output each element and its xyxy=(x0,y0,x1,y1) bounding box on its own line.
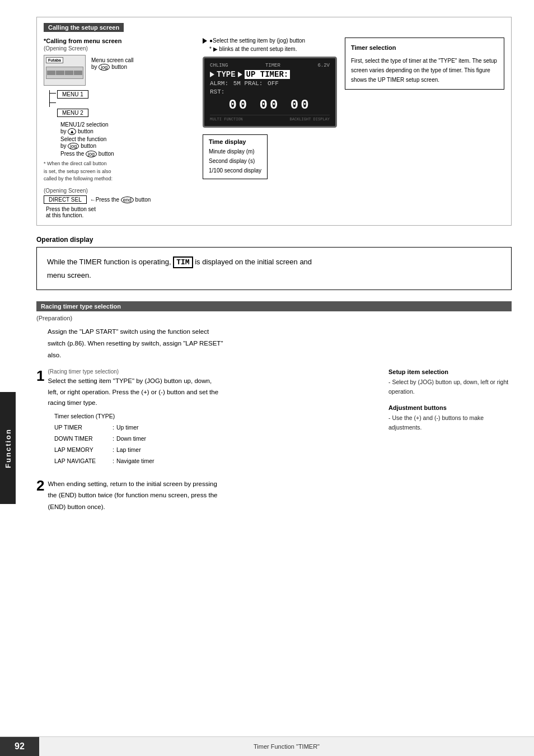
up-timer-row: UP TIMER : Up timer xyxy=(54,422,377,433)
time-display-box: Time display Minute display (m) Second d… xyxy=(203,134,268,179)
by-jog-button2: by jog button xyxy=(60,143,195,149)
step1-left: 1 (Racing timer type selection) Select t… xyxy=(36,368,377,466)
calling-section-header: Calling the setup screen xyxy=(44,23,124,32)
adjustment-box: Adjustment buttons - Use the (+) and (-)… xyxy=(388,404,512,432)
setup-item-box: Setup item selection - Select by (JOG) b… xyxy=(388,368,512,396)
lcd-display: CHLING TIMER 6.2V TYPE UP TIMER: ALRM: 5… xyxy=(203,57,337,128)
step2-container: 2 When ending setting, return to the ini… xyxy=(36,478,512,513)
lcd-section: ●Select the setting item by (jog) button… xyxy=(203,38,337,179)
press-button-set: Press the button set at this function. xyxy=(46,206,195,218)
adjustment-text: - Use the (+) and (-) buttons to make ad… xyxy=(388,413,512,432)
opening-screen2: (Opening Screen) xyxy=(44,188,195,194)
opening-screen-label: (Opening Screen) xyxy=(44,45,195,52)
step1-container: 1 (Racing timer type selection) Select t… xyxy=(36,368,512,466)
step1-right: Setup item selection - Select by (JOG) b… xyxy=(388,368,512,466)
menu-screen-call-label: Menu screen call xyxy=(91,57,134,63)
step1-subtitle: (Racing timer type selection) xyxy=(48,368,218,375)
lcd-row4: RST: xyxy=(210,88,330,95)
adjustment-title: Adjustment buttons xyxy=(388,404,512,411)
lcd-row1: CHLING TIMER 6.2V xyxy=(210,63,330,68)
left-diagram: *Calling from menu screen (Opening Scree… xyxy=(44,38,195,218)
footer-title: Timer Function "TIMER" xyxy=(39,739,534,754)
operation-section: Operation display While the TIMER functi… xyxy=(36,236,512,291)
by-up-button: by ▲ button xyxy=(60,128,195,134)
setup-item-title: Setup item selection xyxy=(388,368,512,375)
select-function: Select the function xyxy=(60,136,195,142)
step2-number: 2 xyxy=(36,478,44,493)
press-end-button: ←Press the end button xyxy=(90,197,151,203)
calling-section: Calling the setup screen *Calling from m… xyxy=(36,17,512,226)
lcd-big-time: 00 00 00 xyxy=(210,97,330,113)
page-footer: 92 Timer Function "TIMER" xyxy=(0,736,534,756)
time-display-title: Time display xyxy=(209,138,261,145)
preparation-text: (Preparation) xyxy=(36,315,512,321)
operation-title: Operation display xyxy=(36,236,512,244)
timer-selection-text: First, select the type of timer at the "… xyxy=(351,56,498,85)
step2-text: When ending setting, return to the initi… xyxy=(48,478,217,513)
tim-badge: TIM xyxy=(173,256,193,268)
direct-sel-box: DIRECT SEL xyxy=(44,195,87,204)
sidebar-function-tab: Function xyxy=(0,392,16,504)
timer-selection-title: Timer selection xyxy=(351,43,498,53)
timer-type-table: Timer selection (TYPE) UP TIMER : Up tim… xyxy=(54,411,377,467)
operation-text1: While the TIMER function is operating, xyxy=(47,258,173,266)
lap-memory-row: LAP MEMORY : Lap timer xyxy=(54,445,377,456)
menu2-box: MENU 2 xyxy=(57,109,88,117)
sidebar-label: Function xyxy=(4,428,12,468)
operation-text3: menu screen. xyxy=(47,271,91,279)
blinks-note: * ▶ blinks at the current setup item. xyxy=(209,46,337,52)
menu12-selection: MENU1/2 selection xyxy=(60,122,195,128)
page-number: 92 xyxy=(0,737,39,756)
right-info-section: Timer selection First, select the type o… xyxy=(345,38,504,90)
assign-text: Assign the "LAP START" switch using the … xyxy=(48,326,512,361)
step1-header: 1 (Racing timer type selection) Select t… xyxy=(36,368,377,409)
step1-number: 1 xyxy=(36,368,44,383)
by-jog-label: by jog button xyxy=(91,64,134,70)
timer-type-header: Timer selection (TYPE) xyxy=(54,411,377,422)
time-display-items: Minute display (m) Second display (s) 1/… xyxy=(209,147,261,175)
press-jog: Press the jog button xyxy=(60,151,195,157)
operation-box: While the TIMER function is operating, T… xyxy=(36,247,512,291)
lcd-row3: ALRM: 5M PRAL: OFF xyxy=(210,80,330,87)
step1-text: Select the setting item "TYPE" by (JOG) … xyxy=(48,376,218,409)
down-timer-row: DOWN TIMER : Down timer xyxy=(54,433,377,445)
timer-selection-box: Timer selection First, select the type o… xyxy=(345,38,504,90)
select-item-note: ●Select the setting item by (jog) button xyxy=(203,38,337,44)
setup-item-text: - Select by (JOG) button up, down, left … xyxy=(388,377,512,396)
calling-from-title: *Calling from menu screen xyxy=(44,38,195,44)
controller-image: Futaba xyxy=(44,55,86,86)
operation-text2: is displayed on the initial screen and xyxy=(193,258,312,266)
racing-section-header: Racing timer type selection xyxy=(36,301,512,311)
racing-section: Racing timer type selection (Preparation… xyxy=(36,301,512,512)
lcd-row2: TYPE UP TIMER: xyxy=(210,70,330,79)
lap-navigate-row: LAP NAVIGATE : Navigate timer xyxy=(54,456,377,467)
direct-call-note: * When the direct call button is set, th… xyxy=(44,160,195,183)
lcd-bottom-labels: MULTI FUNCTION BACKLIGHT DISPLAY xyxy=(210,115,330,122)
menu1-box: MENU 1 xyxy=(57,90,88,99)
